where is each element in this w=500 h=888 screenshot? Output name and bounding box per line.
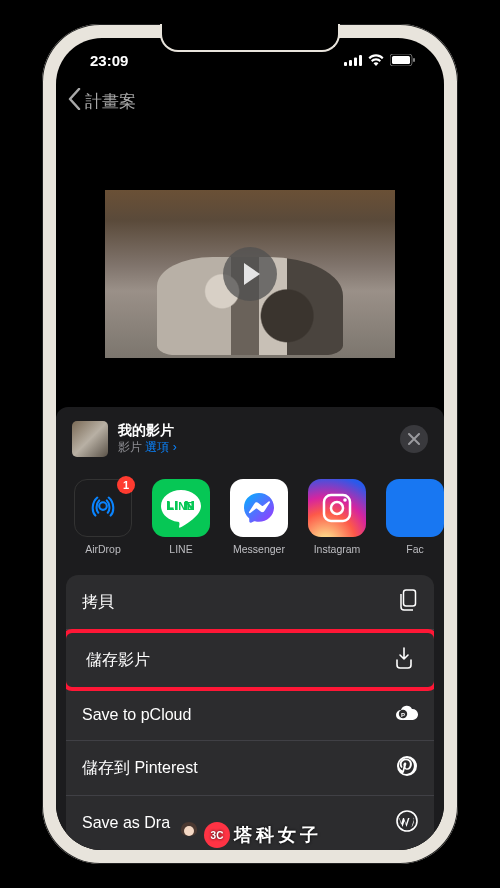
action-label: 儲存到 Pinterest bbox=[82, 758, 198, 779]
action-label: Save as Dra bbox=[82, 814, 170, 832]
app-facebook[interactable]: Fac bbox=[384, 479, 444, 555]
pinterest-icon bbox=[396, 755, 418, 781]
action-save-pcloud[interactable]: Save to pCloud P bbox=[66, 690, 434, 741]
svg-rect-5 bbox=[392, 56, 410, 64]
action-copy[interactable]: 拷貝 bbox=[66, 575, 434, 630]
battery-icon bbox=[390, 52, 416, 69]
action-label: Save to pCloud bbox=[82, 706, 191, 724]
video-preview[interactable] bbox=[105, 190, 395, 358]
pcloud-icon: P bbox=[394, 704, 418, 726]
copy-icon bbox=[398, 589, 418, 615]
share-options-link[interactable]: 選項 › bbox=[145, 440, 176, 454]
svg-point-7 bbox=[99, 502, 107, 510]
messenger-icon bbox=[230, 479, 288, 537]
back-label[interactable]: 計畫案 bbox=[85, 90, 136, 113]
watermark: 3C 塔科女子 bbox=[178, 822, 322, 848]
svg-text:P: P bbox=[401, 712, 405, 718]
wifi-icon bbox=[368, 52, 384, 69]
share-type-label: 影片 bbox=[118, 440, 142, 454]
svg-point-14 bbox=[331, 502, 343, 514]
app-label: LINE bbox=[150, 543, 212, 555]
action-label: 儲存影片 bbox=[86, 650, 150, 671]
share-header: 我的影片 影片 選項 › bbox=[56, 421, 444, 471]
notch bbox=[160, 24, 340, 52]
airdrop-badge: 1 bbox=[117, 476, 135, 494]
share-app-row[interactable]: 1 AirDrop LINE LINE Messenger bbox=[56, 471, 444, 575]
share-sheet: 我的影片 影片 選項 › 1 AirDrop bbox=[56, 407, 444, 850]
download-icon bbox=[394, 647, 414, 673]
app-messenger[interactable]: Messenger bbox=[228, 479, 290, 555]
app-airdrop[interactable]: 1 AirDrop bbox=[72, 479, 134, 555]
close-button[interactable] bbox=[400, 425, 428, 453]
content-area bbox=[56, 126, 444, 366]
line-icon: LINE bbox=[152, 479, 210, 537]
signal-icon bbox=[344, 52, 362, 69]
svg-rect-3 bbox=[359, 55, 362, 66]
app-instagram[interactable]: Instagram bbox=[306, 479, 368, 555]
nav-bar: 計畫案 bbox=[56, 82, 444, 126]
instagram-icon bbox=[308, 479, 366, 537]
action-save-pinterest[interactable]: 儲存到 Pinterest bbox=[66, 741, 434, 796]
facebook-icon bbox=[386, 479, 444, 537]
svg-point-15 bbox=[343, 498, 347, 502]
status-indicators bbox=[344, 52, 416, 69]
svg-rect-1 bbox=[349, 60, 352, 66]
app-line[interactable]: LINE LINE bbox=[150, 479, 212, 555]
app-label: Fac bbox=[384, 543, 444, 555]
action-label: 拷貝 bbox=[82, 592, 114, 613]
back-chevron-icon[interactable] bbox=[68, 88, 81, 114]
status-time: 23:09 bbox=[90, 52, 128, 69]
watermark-avatar-icon bbox=[178, 822, 200, 848]
phone-frame: 23:09 計畫案 bbox=[42, 24, 458, 864]
share-thumbnail bbox=[72, 421, 108, 457]
svg-rect-16 bbox=[404, 590, 416, 606]
action-list: 拷貝 儲存影片 Save to pCloud P bbox=[66, 575, 434, 850]
svg-rect-2 bbox=[354, 57, 357, 66]
action-save-video[interactable]: 儲存影片 bbox=[66, 629, 434, 691]
screen: 23:09 計畫案 bbox=[56, 38, 444, 850]
svg-rect-0 bbox=[344, 62, 347, 66]
share-title-block: 我的影片 影片 選項 › bbox=[118, 422, 177, 456]
share-subtitle[interactable]: 影片 選項 › bbox=[118, 439, 177, 456]
app-label: Instagram bbox=[306, 543, 368, 555]
svg-rect-6 bbox=[413, 58, 415, 62]
app-label: AirDrop bbox=[72, 543, 134, 555]
watermark-badge: 3C bbox=[204, 822, 230, 848]
app-label: Messenger bbox=[228, 543, 290, 555]
svg-text:LINE: LINE bbox=[167, 500, 194, 512]
close-icon bbox=[408, 433, 420, 445]
play-icon[interactable] bbox=[223, 247, 277, 301]
watermark-text: 塔科女子 bbox=[234, 823, 322, 847]
share-title: 我的影片 bbox=[118, 422, 177, 439]
airdrop-icon: 1 bbox=[74, 479, 132, 537]
wordpress-icon bbox=[396, 810, 418, 836]
